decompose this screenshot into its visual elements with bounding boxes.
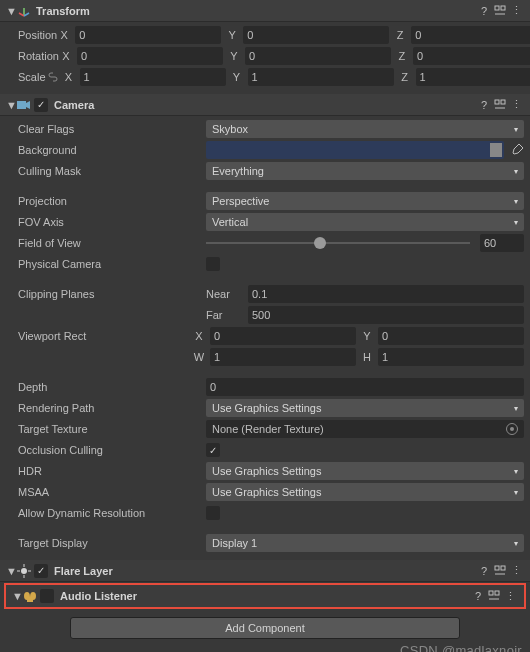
- projection-label: Projection: [6, 195, 206, 207]
- audio-listener-icon: [22, 588, 38, 604]
- position-label: Position: [6, 29, 57, 41]
- foldout-icon[interactable]: ▼: [6, 565, 16, 577]
- flare-layer-title: Flare Layer: [54, 565, 113, 577]
- msaa-label: MSAA: [6, 486, 206, 498]
- preset-icon[interactable]: [492, 97, 508, 113]
- position-z-field[interactable]: [411, 26, 530, 44]
- preset-icon[interactable]: [492, 3, 508, 19]
- camera-title: Camera: [54, 99, 94, 111]
- foldout-icon[interactable]: ▼: [6, 5, 16, 17]
- rendering-path-select[interactable]: Use Graphics Settings▾: [206, 399, 524, 417]
- projection-select[interactable]: Perspective▾: [206, 192, 524, 210]
- help-icon[interactable]: ?: [476, 3, 492, 19]
- allow-dynamic-res-checkbox[interactable]: [206, 506, 220, 520]
- transform-title: Transform: [36, 5, 90, 17]
- msaa-select[interactable]: Use Graphics Settings▾: [206, 483, 524, 501]
- foldout-icon[interactable]: ▼: [12, 590, 22, 602]
- camera-header[interactable]: ▼ Camera ? ⋮: [0, 94, 530, 116]
- fov-label: Field of View: [6, 237, 206, 249]
- clear-flags-label: Clear Flags: [6, 123, 206, 135]
- transform-content: Position X Y Z Rotation X Y Z Scale X Y: [0, 22, 530, 94]
- audio-listener-title: Audio Listener: [60, 590, 137, 602]
- foldout-icon[interactable]: ▼: [6, 99, 16, 111]
- transform-icon: [16, 3, 32, 19]
- rotation-x-field[interactable]: [77, 47, 223, 65]
- svg-rect-4: [501, 6, 505, 10]
- svg-marker-7: [26, 101, 30, 109]
- svg-point-11: [21, 568, 27, 574]
- camera-enabled-checkbox[interactable]: [34, 98, 48, 112]
- occlusion-culling-label: Occlusion Culling: [6, 444, 206, 456]
- svg-rect-19: [489, 591, 493, 595]
- menu-icon[interactable]: ⋮: [508, 3, 524, 19]
- fov-field[interactable]: [480, 234, 524, 252]
- physical-camera-label: Physical Camera: [6, 258, 206, 270]
- clear-flags-select[interactable]: Skybox▾: [206, 120, 524, 138]
- hdr-select[interactable]: Use Graphics Settings▾: [206, 462, 524, 480]
- flare-layer-enabled-checkbox[interactable]: [34, 564, 48, 578]
- physical-camera-checkbox[interactable]: [206, 257, 220, 271]
- add-component-button[interactable]: Add Component: [70, 617, 460, 639]
- help-icon[interactable]: ?: [476, 97, 492, 113]
- preset-icon[interactable]: [486, 588, 502, 604]
- position-x-field[interactable]: [75, 26, 221, 44]
- viewport-x-field[interactable]: [210, 327, 356, 345]
- fov-axis-label: FOV Axis: [6, 216, 206, 228]
- far-field[interactable]: [248, 306, 524, 324]
- help-icon[interactable]: ?: [470, 588, 486, 604]
- watermark: CSDN @madlaxnoir: [400, 643, 522, 649]
- camera-icon: [16, 97, 32, 113]
- viewport-y-field[interactable]: [378, 327, 524, 345]
- occlusion-culling-checkbox[interactable]: [206, 443, 220, 457]
- menu-icon[interactable]: ⋮: [508, 563, 524, 579]
- rotation-label: Rotation: [6, 50, 59, 62]
- menu-icon[interactable]: ⋮: [508, 97, 524, 113]
- far-label: Far: [206, 309, 244, 321]
- rotation-y-field[interactable]: [245, 47, 391, 65]
- rendering-path-label: Rendering Path: [6, 402, 206, 414]
- viewport-h-field[interactable]: [378, 348, 524, 366]
- svg-rect-8: [495, 100, 499, 104]
- camera-content: Clear Flags Skybox▾ Background Culling M…: [0, 116, 530, 560]
- svg-rect-20: [495, 591, 499, 595]
- scale-x-field[interactable]: [80, 68, 226, 86]
- flare-layer-icon: [16, 563, 32, 579]
- culling-mask-label: Culling Mask: [6, 165, 206, 177]
- viewport-rect-label: Viewport Rect: [6, 330, 192, 342]
- background-color-field[interactable]: [206, 141, 504, 159]
- target-texture-field[interactable]: None (Render Texture): [206, 420, 524, 438]
- target-display-label: Target Display: [6, 537, 206, 549]
- svg-rect-6: [17, 101, 26, 109]
- scale-label: Scale: [18, 71, 46, 83]
- clipping-planes-label: Clipping Planes: [6, 288, 206, 300]
- culling-mask-select[interactable]: Everything▾: [206, 162, 524, 180]
- audio-listener-header[interactable]: ▼ Audio Listener ? ⋮: [6, 585, 524, 607]
- help-icon[interactable]: ?: [476, 563, 492, 579]
- svg-rect-9: [501, 100, 505, 104]
- transform-header[interactable]: ▼ Transform ? ⋮: [0, 0, 530, 22]
- flare-layer-header[interactable]: ▼ Flare Layer ? ⋮: [0, 560, 530, 582]
- preset-icon[interactable]: [492, 563, 508, 579]
- audio-listener-highlight: ▼ Audio Listener ? ⋮: [4, 583, 526, 609]
- fov-slider[interactable]: [206, 234, 470, 252]
- scale-z-field[interactable]: [416, 68, 530, 86]
- scale-y-field[interactable]: [248, 68, 394, 86]
- position-y-field[interactable]: [243, 26, 389, 44]
- target-display-select[interactable]: Display 1▾: [206, 534, 524, 552]
- hdr-label: HDR: [6, 465, 206, 477]
- svg-rect-3: [495, 6, 499, 10]
- svg-rect-17: [501, 566, 505, 570]
- near-label: Near: [206, 288, 244, 300]
- menu-icon[interactable]: ⋮: [502, 588, 518, 604]
- depth-label: Depth: [6, 381, 206, 393]
- audio-listener-enabled-checkbox[interactable]: [40, 589, 54, 603]
- target-texture-label: Target Texture: [6, 423, 206, 435]
- viewport-w-field[interactable]: [210, 348, 356, 366]
- fov-axis-select[interactable]: Vertical▾: [206, 213, 524, 231]
- link-scale-icon[interactable]: [46, 71, 60, 83]
- eyedropper-icon[interactable]: [510, 143, 524, 157]
- depth-field[interactable]: [206, 378, 524, 396]
- near-field[interactable]: [248, 285, 524, 303]
- allow-dynamic-res-label: Allow Dynamic Resolution: [6, 507, 206, 519]
- rotation-z-field[interactable]: [413, 47, 530, 65]
